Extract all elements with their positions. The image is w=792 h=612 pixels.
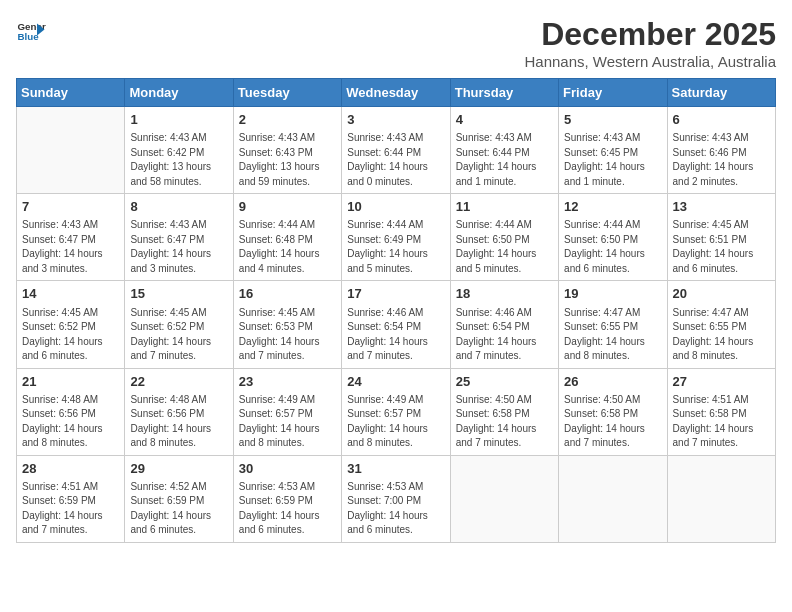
- day-info: Sunrise: 4:44 AM Sunset: 6:49 PM Dayligh…: [347, 218, 444, 276]
- calendar-cell: 31Sunrise: 4:53 AM Sunset: 7:00 PM Dayli…: [342, 455, 450, 542]
- day-number: 3: [347, 111, 444, 129]
- calendar-cell: 7Sunrise: 4:43 AM Sunset: 6:47 PM Daylig…: [17, 194, 125, 281]
- calendar-subtitle: Hannans, Western Australia, Australia: [524, 53, 776, 70]
- calendar-cell: 13Sunrise: 4:45 AM Sunset: 6:51 PM Dayli…: [667, 194, 775, 281]
- day-number: 27: [673, 373, 770, 391]
- day-number: 24: [347, 373, 444, 391]
- day-info: Sunrise: 4:53 AM Sunset: 7:00 PM Dayligh…: [347, 480, 444, 538]
- day-number: 17: [347, 285, 444, 303]
- day-info: Sunrise: 4:46 AM Sunset: 6:54 PM Dayligh…: [347, 306, 444, 364]
- day-info: Sunrise: 4:43 AM Sunset: 6:44 PM Dayligh…: [456, 131, 553, 189]
- calendar-week-row: 14Sunrise: 4:45 AM Sunset: 6:52 PM Dayli…: [17, 281, 776, 368]
- calendar-cell: [450, 455, 558, 542]
- day-number: 13: [673, 198, 770, 216]
- calendar-cell: 4Sunrise: 4:43 AM Sunset: 6:44 PM Daylig…: [450, 107, 558, 194]
- day-info: Sunrise: 4:43 AM Sunset: 6:46 PM Dayligh…: [673, 131, 770, 189]
- day-info: Sunrise: 4:47 AM Sunset: 6:55 PM Dayligh…: [673, 306, 770, 364]
- day-number: 18: [456, 285, 553, 303]
- day-info: Sunrise: 4:48 AM Sunset: 6:56 PM Dayligh…: [130, 393, 227, 451]
- day-number: 28: [22, 460, 119, 478]
- calendar-cell: 14Sunrise: 4:45 AM Sunset: 6:52 PM Dayli…: [17, 281, 125, 368]
- day-of-week-header: Sunday: [17, 79, 125, 107]
- day-of-week-header: Thursday: [450, 79, 558, 107]
- day-info: Sunrise: 4:45 AM Sunset: 6:51 PM Dayligh…: [673, 218, 770, 276]
- calendar-cell: 22Sunrise: 4:48 AM Sunset: 6:56 PM Dayli…: [125, 368, 233, 455]
- day-info: Sunrise: 4:49 AM Sunset: 6:57 PM Dayligh…: [239, 393, 336, 451]
- calendar-cell: 29Sunrise: 4:52 AM Sunset: 6:59 PM Dayli…: [125, 455, 233, 542]
- day-info: Sunrise: 4:51 AM Sunset: 6:59 PM Dayligh…: [22, 480, 119, 538]
- day-number: 29: [130, 460, 227, 478]
- calendar-week-row: 1Sunrise: 4:43 AM Sunset: 6:42 PM Daylig…: [17, 107, 776, 194]
- day-of-week-header: Tuesday: [233, 79, 341, 107]
- calendar-cell: 15Sunrise: 4:45 AM Sunset: 6:52 PM Dayli…: [125, 281, 233, 368]
- calendar-cell: 30Sunrise: 4:53 AM Sunset: 6:59 PM Dayli…: [233, 455, 341, 542]
- day-info: Sunrise: 4:43 AM Sunset: 6:43 PM Dayligh…: [239, 131, 336, 189]
- day-number: 9: [239, 198, 336, 216]
- calendar-table: SundayMondayTuesdayWednesdayThursdayFrid…: [16, 78, 776, 543]
- calendar-cell: 6Sunrise: 4:43 AM Sunset: 6:46 PM Daylig…: [667, 107, 775, 194]
- day-number: 16: [239, 285, 336, 303]
- calendar-cell: 25Sunrise: 4:50 AM Sunset: 6:58 PM Dayli…: [450, 368, 558, 455]
- day-number: 21: [22, 373, 119, 391]
- day-info: Sunrise: 4:51 AM Sunset: 6:58 PM Dayligh…: [673, 393, 770, 451]
- calendar-cell: 5Sunrise: 4:43 AM Sunset: 6:45 PM Daylig…: [559, 107, 667, 194]
- calendar-cell: 24Sunrise: 4:49 AM Sunset: 6:57 PM Dayli…: [342, 368, 450, 455]
- day-info: Sunrise: 4:46 AM Sunset: 6:54 PM Dayligh…: [456, 306, 553, 364]
- day-info: Sunrise: 4:43 AM Sunset: 6:45 PM Dayligh…: [564, 131, 661, 189]
- day-number: 30: [239, 460, 336, 478]
- logo-icon: General Blue: [16, 16, 46, 46]
- day-info: Sunrise: 4:49 AM Sunset: 6:57 PM Dayligh…: [347, 393, 444, 451]
- calendar-cell: [17, 107, 125, 194]
- calendar-cell: [667, 455, 775, 542]
- calendar-week-row: 28Sunrise: 4:51 AM Sunset: 6:59 PM Dayli…: [17, 455, 776, 542]
- day-number: 19: [564, 285, 661, 303]
- day-info: Sunrise: 4:52 AM Sunset: 6:59 PM Dayligh…: [130, 480, 227, 538]
- day-number: 20: [673, 285, 770, 303]
- day-info: Sunrise: 4:50 AM Sunset: 6:58 PM Dayligh…: [564, 393, 661, 451]
- day-number: 25: [456, 373, 553, 391]
- calendar-title: December 2025: [524, 16, 776, 53]
- calendar-cell: 18Sunrise: 4:46 AM Sunset: 6:54 PM Dayli…: [450, 281, 558, 368]
- day-number: 5: [564, 111, 661, 129]
- calendar-week-row: 7Sunrise: 4:43 AM Sunset: 6:47 PM Daylig…: [17, 194, 776, 281]
- day-info: Sunrise: 4:50 AM Sunset: 6:58 PM Dayligh…: [456, 393, 553, 451]
- calendar-cell: 12Sunrise: 4:44 AM Sunset: 6:50 PM Dayli…: [559, 194, 667, 281]
- svg-text:Blue: Blue: [18, 31, 40, 42]
- day-info: Sunrise: 4:44 AM Sunset: 6:48 PM Dayligh…: [239, 218, 336, 276]
- calendar-cell: 11Sunrise: 4:44 AM Sunset: 6:50 PM Dayli…: [450, 194, 558, 281]
- day-of-week-header: Saturday: [667, 79, 775, 107]
- calendar-cell: 27Sunrise: 4:51 AM Sunset: 6:58 PM Dayli…: [667, 368, 775, 455]
- day-info: Sunrise: 4:43 AM Sunset: 6:47 PM Dayligh…: [22, 218, 119, 276]
- day-info: Sunrise: 4:45 AM Sunset: 6:52 PM Dayligh…: [22, 306, 119, 364]
- calendar-cell: 9Sunrise: 4:44 AM Sunset: 6:48 PM Daylig…: [233, 194, 341, 281]
- day-info: Sunrise: 4:44 AM Sunset: 6:50 PM Dayligh…: [456, 218, 553, 276]
- calendar-cell: 21Sunrise: 4:48 AM Sunset: 6:56 PM Dayli…: [17, 368, 125, 455]
- day-of-week-header: Monday: [125, 79, 233, 107]
- day-number: 6: [673, 111, 770, 129]
- day-info: Sunrise: 4:44 AM Sunset: 6:50 PM Dayligh…: [564, 218, 661, 276]
- day-number: 2: [239, 111, 336, 129]
- calendar-cell: 26Sunrise: 4:50 AM Sunset: 6:58 PM Dayli…: [559, 368, 667, 455]
- day-number: 15: [130, 285, 227, 303]
- day-number: 26: [564, 373, 661, 391]
- calendar-cell: 3Sunrise: 4:43 AM Sunset: 6:44 PM Daylig…: [342, 107, 450, 194]
- day-number: 7: [22, 198, 119, 216]
- calendar-cell: 16Sunrise: 4:45 AM Sunset: 6:53 PM Dayli…: [233, 281, 341, 368]
- day-info: Sunrise: 4:43 AM Sunset: 6:47 PM Dayligh…: [130, 218, 227, 276]
- calendar-week-row: 21Sunrise: 4:48 AM Sunset: 6:56 PM Dayli…: [17, 368, 776, 455]
- title-area: December 2025 Hannans, Western Australia…: [524, 16, 776, 70]
- day-info: Sunrise: 4:43 AM Sunset: 6:44 PM Dayligh…: [347, 131, 444, 189]
- day-number: 14: [22, 285, 119, 303]
- page-header: General Blue December 2025 Hannans, West…: [16, 16, 776, 70]
- logo: General Blue: [16, 16, 46, 46]
- calendar-cell: 19Sunrise: 4:47 AM Sunset: 6:55 PM Dayli…: [559, 281, 667, 368]
- day-number: 10: [347, 198, 444, 216]
- day-info: Sunrise: 4:53 AM Sunset: 6:59 PM Dayligh…: [239, 480, 336, 538]
- calendar-cell: 8Sunrise: 4:43 AM Sunset: 6:47 PM Daylig…: [125, 194, 233, 281]
- calendar-cell: 20Sunrise: 4:47 AM Sunset: 6:55 PM Dayli…: [667, 281, 775, 368]
- day-number: 1: [130, 111, 227, 129]
- day-info: Sunrise: 4:45 AM Sunset: 6:52 PM Dayligh…: [130, 306, 227, 364]
- day-of-week-header: Wednesday: [342, 79, 450, 107]
- calendar-cell: [559, 455, 667, 542]
- day-number: 22: [130, 373, 227, 391]
